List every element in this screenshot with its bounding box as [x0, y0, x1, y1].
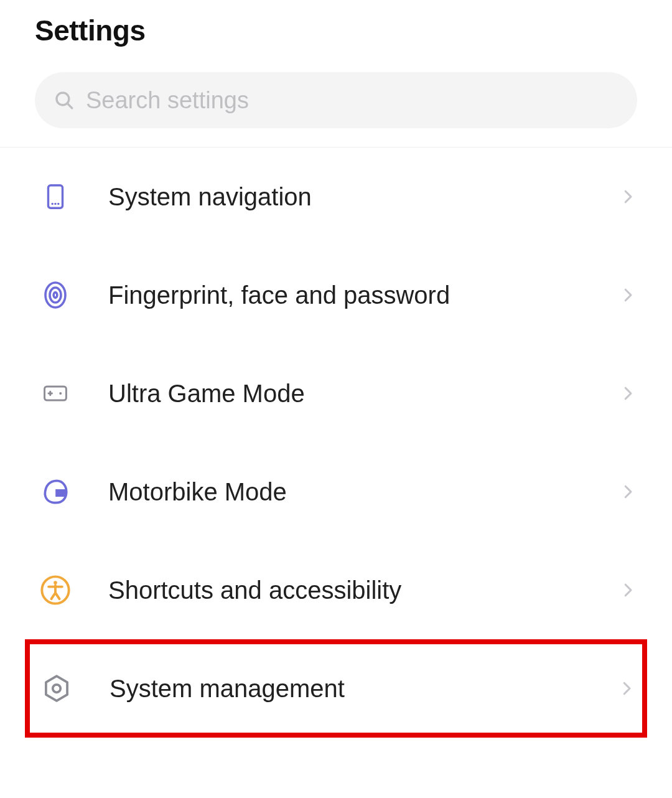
phone-icon [37, 179, 73, 215]
item-label: System navigation [108, 183, 618, 211]
item-label: System management [110, 675, 617, 703]
svg-point-6 [45, 283, 65, 307]
search-icon [54, 90, 75, 111]
page-title: Settings [35, 14, 637, 47]
item-motorbike-mode[interactable]: Motorbike Mode [0, 443, 672, 541]
search-input[interactable] [86, 87, 618, 114]
svg-point-12 [59, 392, 62, 395]
svg-point-5 [57, 203, 59, 205]
chevron-right-icon [617, 679, 636, 698]
accessibility-icon [37, 572, 73, 608]
gamepad-icon [37, 375, 73, 411]
item-label: Shortcuts and accessibility [108, 576, 618, 604]
helmet-icon [37, 474, 73, 510]
svg-marker-19 [46, 676, 67, 701]
search-wrap [0, 72, 672, 147]
svg-line-1 [68, 104, 72, 108]
item-ultra-game-mode[interactable]: Ultra Game Mode [0, 344, 672, 443]
fingerprint-icon [37, 277, 73, 313]
chevron-right-icon [618, 286, 637, 304]
svg-point-8 [54, 293, 57, 298]
chevron-right-icon [618, 187, 637, 206]
item-shortcuts-accessibility[interactable]: Shortcuts and accessibility [0, 541, 672, 639]
svg-point-4 [54, 203, 56, 205]
item-fingerprint-face-password[interactable]: Fingerprint, face and password [0, 246, 672, 344]
item-system-management[interactable]: System management [25, 639, 647, 738]
svg-point-14 [54, 581, 57, 584]
item-label: Ultra Game Mode [108, 380, 618, 408]
gear-hex-icon [39, 670, 75, 706]
chevron-right-icon [618, 482, 637, 501]
svg-point-3 [51, 203, 53, 205]
svg-point-20 [53, 685, 61, 693]
chevron-right-icon [618, 581, 637, 599]
chevron-right-icon [618, 384, 637, 403]
search-bar[interactable] [35, 72, 637, 128]
item-label: Motorbike Mode [108, 478, 618, 506]
item-label: Fingerprint, face and password [108, 281, 618, 309]
header: Settings [0, 0, 672, 72]
settings-list: System navigation Fingerprint, face and … [0, 148, 672, 738]
svg-line-18 [55, 593, 60, 599]
item-system-navigation[interactable]: System navigation [0, 148, 672, 246]
svg-point-7 [50, 288, 61, 303]
